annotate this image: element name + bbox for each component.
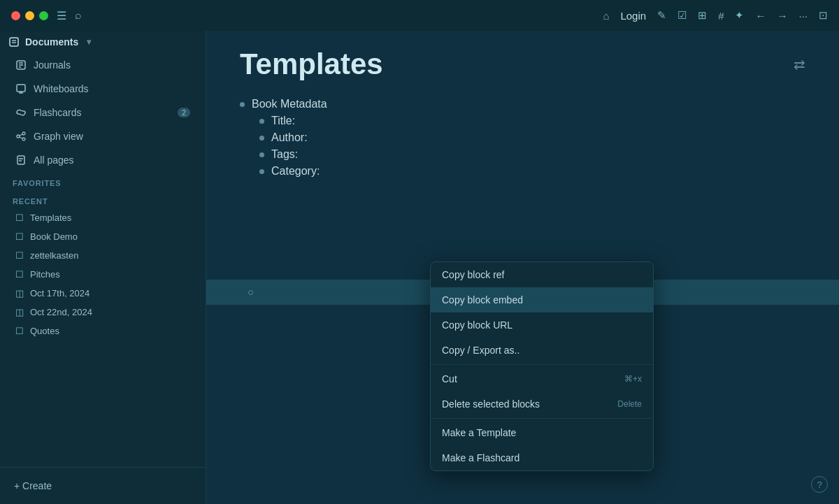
context-menu-divider-2 — [431, 418, 653, 419]
sidebar-recent-oct17[interactable]: ◫ Oct 17th, 2024 — [4, 284, 201, 303]
recent-pitches-label: Pitches — [30, 269, 60, 280]
arrow-right-icon[interactable]: → — [777, 10, 787, 22]
context-menu-cut[interactable]: Cut ⌘+x — [431, 366, 653, 391]
sidebar-item-all-pages[interactable]: All pages — [4, 149, 201, 171]
recent-quotes-label: Quotes — [30, 326, 59, 336]
all-pages-label: All pages — [34, 154, 74, 166]
page-icon: ☐ — [15, 269, 24, 280]
sidebar-recent-quotes[interactable]: ☐ Quotes — [4, 322, 201, 340]
page-icon: ☐ — [15, 231, 24, 242]
hamburger-icon[interactable]: ☰ — [57, 9, 66, 22]
titlebar: ☰ ⌕ ⌂ Login ✎ ☑ ⊞ # ✦ ← → ··· ⊡ — [0, 0, 839, 31]
titlebar-right: ⌂ Login ✎ ☑ ⊞ # ✦ ← → ··· ⊡ — [603, 9, 828, 22]
journals-icon — [15, 59, 27, 71]
sidebar-item-whiteboards[interactable]: Whiteboards — [4, 78, 201, 100]
bullet-dot — [259, 136, 264, 141]
context-menu-copy-block-url[interactable]: Copy block URL — [431, 312, 653, 338]
sidebar-recent-templates[interactable]: ☐ Templates — [4, 208, 201, 227]
bullet-dot — [259, 169, 264, 174]
journals-label: Journals — [34, 59, 71, 71]
help-button[interactable]: ? — [811, 476, 828, 493]
category-text: Category: — [271, 165, 320, 178]
graph-view-label: Graph view — [34, 131, 83, 142]
flashcards-icon — [15, 107, 27, 118]
whiteboards-icon — [15, 83, 27, 94]
calendar-icon[interactable]: ⊞ — [698, 9, 707, 22]
puzzle-icon[interactable]: ✦ — [735, 9, 744, 22]
content-header: Templates ⇄ — [206, 31, 839, 92]
sidebar-item-graph-view[interactable]: Graph view — [4, 125, 201, 147]
svg-point-12 — [22, 138, 25, 141]
delete-shortcut: Delete — [617, 399, 642, 409]
svg-point-10 — [17, 135, 20, 138]
bullet-book-metadata: Book Metadata — [240, 98, 805, 110]
bullet-dot — [240, 102, 245, 107]
check-icon[interactable]: ☑ — [677, 9, 687, 22]
home-icon[interactable]: ⌂ — [603, 10, 609, 22]
svg-point-11 — [22, 132, 25, 135]
minimize-button[interactable] — [25, 11, 34, 20]
page-icon: ☐ — [15, 326, 24, 336]
context-menu-divider — [431, 364, 653, 365]
documents-icon — [8, 36, 20, 48]
page-icon: ☐ — [15, 213, 24, 223]
edit-icon[interactable]: ✎ — [657, 9, 666, 22]
sidebar-toggle-icon[interactable]: ⊡ — [819, 9, 828, 22]
sidebar: Documents ▾ Journals Whiteboards — [0, 31, 206, 504]
flashcards-label: Flashcards — [34, 107, 81, 118]
sidebar-item-flashcards[interactable]: Flashcards 2 — [4, 101, 201, 124]
page-title: Templates — [240, 48, 383, 81]
context-menu: Copy block ref Copy block embed Copy blo… — [430, 261, 654, 471]
calendar-small-icon: ◫ — [15, 307, 24, 317]
cut-shortcut: ⌘+x — [624, 374, 642, 384]
context-menu-overlay: Copy block ref Copy block embed Copy blo… — [430, 261, 654, 471]
svg-rect-7 — [17, 85, 25, 92]
more-icon[interactable]: ··· — [798, 10, 808, 22]
svg-line-13 — [20, 134, 22, 136]
highlighted-bullet — [248, 290, 253, 295]
sidebar-recent-book-demo[interactable]: ☐ Book Demo — [4, 227, 201, 246]
context-menu-copy-block-embed[interactable]: Copy block embed — [431, 287, 653, 312]
sidebar-documents[interactable]: Documents ▾ — [0, 31, 206, 53]
content-area: Templates ⇄ Book Metadata Title: Author:… — [206, 31, 839, 504]
sidebar-recent-pitches[interactable]: ☐ Pitches — [4, 265, 201, 284]
svg-rect-15 — [17, 156, 24, 164]
sidebar-item-journals[interactable]: Journals — [4, 54, 201, 76]
create-button[interactable]: + Create — [11, 476, 194, 496]
documents-chevron-icon: ▾ — [87, 37, 91, 47]
sidebar-recent-zettelkasten[interactable]: ☐ zettelkasten — [4, 246, 201, 265]
help-label: ? — [817, 480, 822, 490]
hash-icon[interactable]: # — [718, 10, 724, 22]
recent-oct17-label: Oct 17th, 2024 — [30, 288, 89, 298]
context-menu-make-flashcard[interactable]: Make a Flashcard — [431, 445, 653, 470]
arrow-left-icon[interactable]: ← — [755, 10, 766, 22]
author-text: Author: — [271, 131, 308, 144]
main-layout: Documents ▾ Journals Whiteboards — [0, 31, 839, 504]
tags-text: Tags: — [271, 148, 298, 161]
svg-line-14 — [20, 137, 22, 138]
sidebar-recent-oct22[interactable]: ◫ Oct 22nd, 2024 — [4, 303, 201, 322]
context-menu-delete-blocks[interactable]: Delete selected blocks Delete — [431, 391, 653, 417]
bullet-dot — [259, 152, 264, 157]
recent-oct22-label: Oct 22nd, 2024 — [30, 307, 92, 317]
book-metadata-text: Book Metadata — [252, 98, 327, 110]
context-menu-make-template[interactable]: Make a Template — [431, 420, 653, 445]
page-icon: ☐ — [15, 250, 24, 261]
recent-book-demo-label: Book Demo — [30, 231, 78, 242]
create-label: + Create — [14, 480, 52, 491]
bullet-tags: Tags: — [259, 148, 805, 161]
svg-rect-0 — [10, 38, 18, 46]
recent-zettelkasten-label: zettelkasten — [30, 250, 78, 261]
maximize-button[interactable] — [39, 11, 48, 20]
context-menu-copy-block-ref[interactable]: Copy block ref — [431, 262, 653, 287]
traffic-lights — [11, 11, 48, 20]
graph-view-icon — [15, 131, 27, 142]
close-button[interactable] — [11, 11, 20, 20]
documents-label: Documents — [25, 36, 78, 48]
share-icon[interactable]: ⇄ — [794, 56, 805, 73]
context-menu-copy-export[interactable]: Copy / Export as.. — [431, 338, 653, 363]
search-icon[interactable]: ⌕ — [75, 9, 82, 22]
whiteboards-label: Whiteboards — [34, 83, 89, 94]
calendar-small-icon: ◫ — [15, 288, 24, 298]
login-button[interactable]: Login — [620, 10, 646, 22]
